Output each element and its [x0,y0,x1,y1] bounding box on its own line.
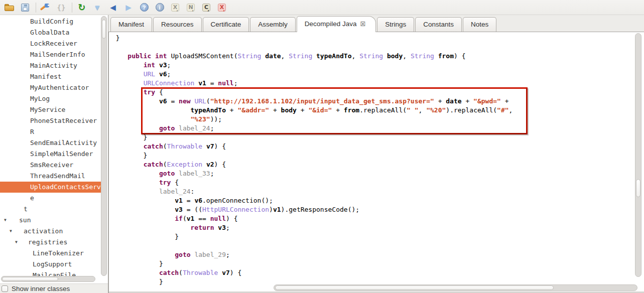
tree-expander-icon[interactable]: ▼ [10,226,12,237]
sidebar-item-mailsenderinfo[interactable]: MailSenderInfo [0,49,102,60]
toolbar-separator [36,3,36,13]
sidebar-item-lockreceiver[interactable]: LockReceiver [0,38,102,49]
code-horizontal-scrollbar-thumb[interactable] [275,285,554,290]
sidebar-item-label: e [0,193,34,204]
code-line: URL v6; [112,70,644,79]
braces-button[interactable]: {} [55,2,67,14]
help-icon: ? [140,3,149,12]
sidebar-item-uploadcontactsservice[interactable]: UploadContactsService [0,182,102,193]
code-line: try { [112,178,644,187]
code-line: typeAndTo + "&addr=" + body + "&id=" + f… [112,106,644,115]
sidebar-item-sendemailactivity[interactable]: SendEmailActivity [0,137,102,149]
tab-decompiled-java[interactable]: Decompiled Java☒ [297,16,376,32]
triangle-right-icon: ▶ [125,4,132,11]
sidebar-item-smsreceiver[interactable]: SmsReceiver [0,160,102,171]
code-line: catch(Throwable v7) { [112,268,644,277]
sidebar-item-label: registries [0,237,67,248]
letter-x-red-icon: X [218,4,226,12]
save-button[interactable] [19,2,31,14]
sidebar-horizontal-scrollbar[interactable] [1,276,95,282]
tab-label: Manifest [118,21,144,28]
open-button[interactable] [4,2,16,14]
sidebar-vertical-scrollbar-thumb[interactable] [102,20,106,39]
rename-n-button[interactable]: N [185,2,197,14]
code-editor[interactable]: } public int UploadSMSContent(String dat… [109,32,644,286]
code-line: v1 = v6.openConnection(); [112,196,644,205]
tab-close-icon[interactable]: ☒ [360,21,365,28]
delete-x-button[interactable]: X [216,2,228,14]
folder-icon [5,4,15,12]
code-line: goto label_33; [112,169,644,178]
sidebar-item-label: MyService [0,104,65,115]
code-vertical-scrollbar[interactable] [635,33,641,277]
sidebar-item-r[interactable]: R [0,126,102,137]
sidebar-item-mailcapfile[interactable]: MailcapFile [0,270,102,276]
code-line: goto label_24; [112,124,644,133]
info-icon: i [156,3,164,12]
sidebar-item-label: BuildConfig [0,16,73,27]
tree-expander-icon[interactable]: ▼ [15,237,18,248]
class-list-panel: BuildConfigGlobalDataLockReceiverMailSen… [0,15,108,293]
tab-manifest[interactable]: Manifest [110,17,152,32]
tab-certificate[interactable]: Certificate [203,17,249,32]
sidebar-item-registries[interactable]: ▼registries [0,237,102,248]
sidebar-item-phonestatreceiver[interactable]: PhoneStatReceiver [0,115,102,126]
show-inner-classes-label: Show inner classes [12,285,70,292]
tab-resources[interactable]: Resources [153,17,202,32]
sidebar-item-mylog[interactable]: MyLog [0,93,102,104]
sidebar-item-mainactivity[interactable]: MainActivity [0,60,102,71]
code-horizontal-scrollbar[interactable] [274,284,637,291]
tab-label: Assembly [258,21,288,28]
sidebar-item-buildconfig[interactable]: BuildConfig [0,16,102,27]
jump-down-button[interactable]: ▼ [91,2,103,14]
sidebar-item-label: MailcapFile [0,270,76,276]
code-line: if(v1 == null) { [112,214,644,223]
sidebar-bottom-bar: Show inner classes [0,283,108,293]
sidebar-horizontal-scrollbar-thumb[interactable] [2,277,58,281]
tools-button[interactable] [40,2,52,14]
sidebar-item-myauthenticator[interactable]: MyAuthenticator [0,82,102,93]
refresh-icon: ↻ [78,2,85,13]
tab-label: Constants [423,21,454,28]
sidebar-item-activation[interactable]: ▼activation [0,226,102,237]
sidebar-vertical-scrollbar[interactable] [101,16,107,276]
tree-expander-icon[interactable]: ▼ [4,215,7,226]
sidebar-item-label: LockReceiver [0,38,77,49]
refresh-button[interactable]: ↻ [76,2,88,14]
code-line: int v3; [112,61,644,70]
xref-x-button[interactable]: X [169,2,181,14]
sidebar-item-label: SmsReceiver [0,160,73,171]
sidebar-item-linetokenizer[interactable]: LineTokenizer [0,248,102,259]
tab-constants[interactable]: Constants [415,17,462,32]
sidebar-item-label: UploadContactsService [0,182,102,193]
tab-strings[interactable]: Strings [377,17,414,32]
toolbar: {}↻▼◀▶?iXNCX [0,0,644,15]
code-line: catch(Exception v2) { [112,160,644,169]
code-line: } [112,232,644,241]
letter-x-icon: X [171,4,179,12]
sidebar-item-myservice[interactable]: MyService [0,104,102,115]
code-line: try { [112,88,644,97]
sidebar-item-e[interactable]: e [0,193,102,204]
sidebar-item-simplemailsender[interactable]: SimpleMailSender [0,149,102,160]
sidebar-item-label: R [0,126,34,137]
code-line [112,241,644,250]
sidebar-item-globaldata[interactable]: GlobalData [0,27,102,38]
code-view: } public int UploadSMSContent(String dat… [108,32,644,293]
info-button[interactable]: i [154,2,166,14]
tab-label: Strings [385,21,406,28]
forward-button[interactable]: ▶ [122,2,135,14]
sidebar-item-sun[interactable]: ▼sun [0,215,102,226]
class-list[interactable]: BuildConfigGlobalDataLockReceiverMailSen… [0,16,102,276]
help-button[interactable]: ? [138,2,150,14]
tab-notes[interactable]: Notes [463,17,496,32]
show-inner-classes-checkbox[interactable] [2,285,8,292]
sidebar-item-logsupport[interactable]: LogSupport [0,259,102,270]
sidebar-item-t[interactable]: t [0,204,102,215]
code-vertical-scrollbar-thumb[interactable] [636,179,640,197]
comment-c-button[interactable]: C [200,2,212,14]
sidebar-item-threadsendmail[interactable]: ThreadSendMail [0,171,102,182]
back-button[interactable]: ◀ [107,2,119,14]
sidebar-item-manifest[interactable]: Manifest [0,71,102,82]
tab-assembly[interactable]: Assembly [250,17,296,32]
